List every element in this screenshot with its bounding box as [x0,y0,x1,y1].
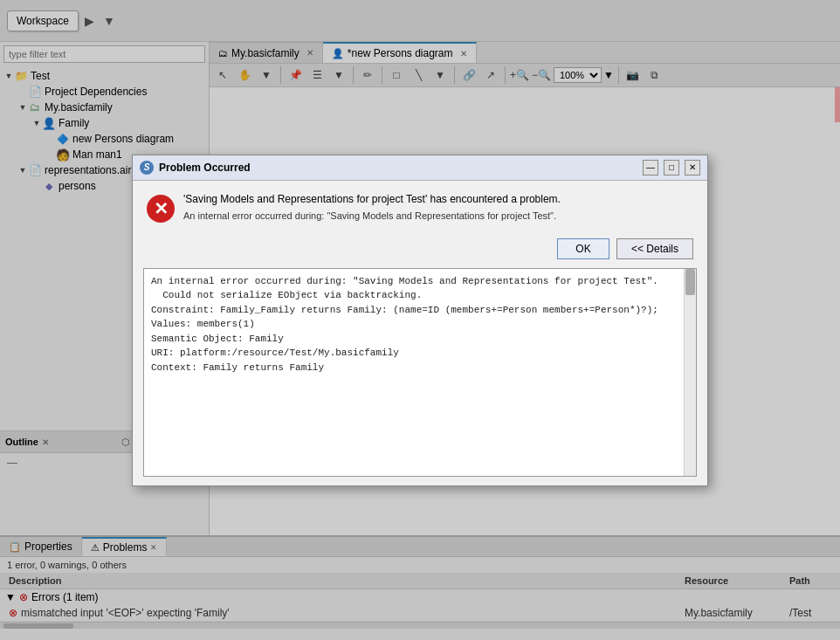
details-inner: An internal error occurred during: "Savi… [144,269,696,476]
modal-close-btn[interactable]: ✕ [685,160,700,175]
modal-error-icon: ✕ [147,195,175,223]
modal-body: ✕ 'Saving Models and Representations for… [133,181,707,235]
modal-overlay: S Problem Occurred — □ ✕ ✕ 'Saving Model… [0,0,840,640]
details-scroll-track [685,269,696,476]
modal-details: An internal error occurred during: "Savi… [143,268,697,477]
modal-minimize-btn[interactable]: — [643,160,658,175]
problem-dialog: S Problem Occurred — □ ✕ ✕ 'Saving Model… [132,155,708,486]
modal-titlebar: S Problem Occurred — □ ✕ [133,155,707,181]
modal-message: 'Saving Models and Representations for p… [183,193,693,221]
details-scroll-thumb [685,269,695,295]
modal-title-icon: S [140,161,154,175]
modal-msg-sub: An internal error occurred during: "Savi… [183,210,693,221]
modal-buttons: OK << Details [133,235,707,268]
details-text: An internal error occurred during: "Savi… [144,269,684,476]
modal-maximize-btn[interactable]: □ [664,160,679,175]
modal-title-text: Problem Occurred [159,162,637,174]
modal-msg-title: 'Saving Models and Representations for p… [183,193,693,205]
ok-button[interactable]: OK [557,238,609,259]
details-scrollbar[interactable] [684,269,696,476]
details-button[interactable]: << Details [616,238,693,259]
